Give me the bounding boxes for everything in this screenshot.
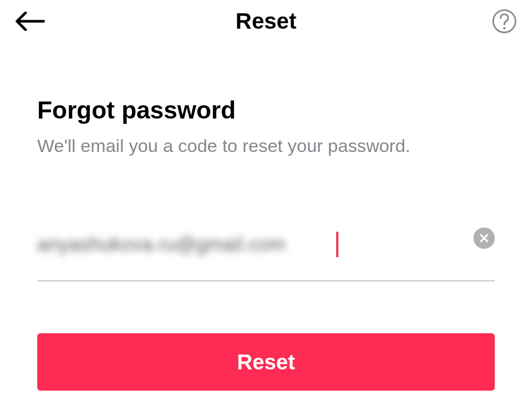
content-area: Forgot password We'll email you a code t… — [0, 43, 532, 391]
text-cursor — [336, 232, 338, 257]
page-subtext: We'll email you a code to reset your pas… — [37, 134, 495, 157]
svg-point-1 — [503, 27, 505, 29]
email-input-row — [37, 232, 495, 281]
back-arrow-icon — [15, 12, 45, 31]
header-bar: Reset — [0, 0, 532, 43]
help-icon — [492, 9, 517, 34]
close-icon — [479, 233, 489, 243]
help-button[interactable] — [492, 9, 517, 34]
header-title: Reset — [236, 9, 296, 34]
email-field[interactable] — [37, 233, 335, 256]
page-heading: Forgot password — [37, 96, 495, 124]
back-button[interactable] — [15, 6, 45, 36]
clear-input-button[interactable] — [473, 227, 495, 249]
reset-button[interactable]: Reset — [37, 333, 495, 391]
